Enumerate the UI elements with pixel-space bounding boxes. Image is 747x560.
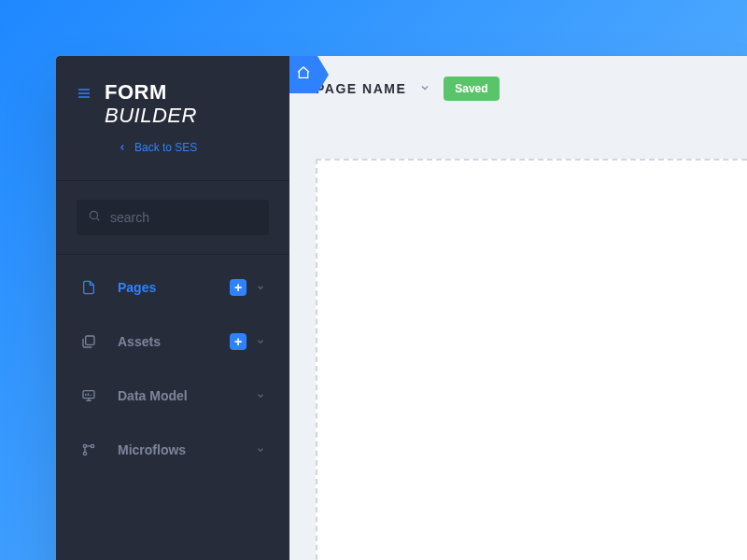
add-page-button[interactable]: +: [230, 279, 247, 296]
hamburger-icon[interactable]: [77, 86, 92, 105]
form-canvas[interactable]: [316, 159, 747, 560]
chevron-down-icon[interactable]: [256, 333, 265, 350]
data-model-icon: [80, 388, 97, 403]
status-badge: Saved: [444, 77, 499, 101]
home-icon: [296, 65, 311, 84]
chevron-down-icon[interactable]: [256, 441, 265, 458]
microflows-icon: [80, 442, 97, 457]
add-asset-button[interactable]: +: [230, 333, 247, 350]
sidebar-nav: Pages + Assets + Data: [56, 255, 289, 483]
search-wrap: [56, 181, 289, 254]
search-field[interactable]: [110, 210, 258, 225]
app-title: FORM BUILDER: [105, 80, 197, 128]
svg-point-12: [83, 444, 86, 447]
page-name-dropdown[interactable]: [419, 80, 430, 97]
app-title-line2: BUILDER: [105, 104, 197, 127]
search-input[interactable]: [77, 200, 269, 235]
sidebar-item-label: Data Model: [118, 388, 256, 403]
sidebar-item-microflows[interactable]: Microflows: [56, 423, 289, 477]
svg-line-4: [97, 217, 100, 220]
back-link-label: Back to SES: [134, 141, 197, 154]
page-icon: [80, 280, 97, 295]
sidebar-item-label: Assets: [118, 334, 230, 349]
back-to-ses-link[interactable]: Back to SES: [56, 137, 289, 180]
titlebar: PAGE NAME Saved: [289, 56, 747, 118]
assets-icon: [80, 334, 97, 349]
svg-point-13: [83, 452, 86, 455]
svg-point-3: [90, 211, 97, 218]
search-icon: [88, 209, 101, 226]
sidebar-item-label: Microflows: [118, 442, 256, 457]
app-title-line1: FORM: [105, 80, 197, 104]
sidebar-item-pages[interactable]: Pages +: [56, 260, 289, 315]
sidebar-item-label: Pages: [118, 280, 230, 295]
chevron-down-icon[interactable]: [256, 279, 265, 296]
sidebar-item-assets[interactable]: Assets +: [56, 315, 289, 369]
chevron-down-icon[interactable]: [256, 387, 265, 404]
main-area: PAGE NAME Saved: [289, 56, 747, 560]
page-name: PAGE NAME: [316, 81, 406, 96]
sidebar-item-data-model[interactable]: Data Model: [56, 369, 289, 423]
home-tab[interactable]: [289, 56, 317, 93]
sidebar: FORM BUILDER Back to SES Pages: [56, 56, 289, 560]
svg-point-14: [91, 444, 93, 447]
app-window: FORM BUILDER Back to SES Pages: [56, 56, 747, 560]
brand-header: FORM BUILDER: [56, 56, 289, 137]
svg-rect-5: [86, 336, 94, 344]
